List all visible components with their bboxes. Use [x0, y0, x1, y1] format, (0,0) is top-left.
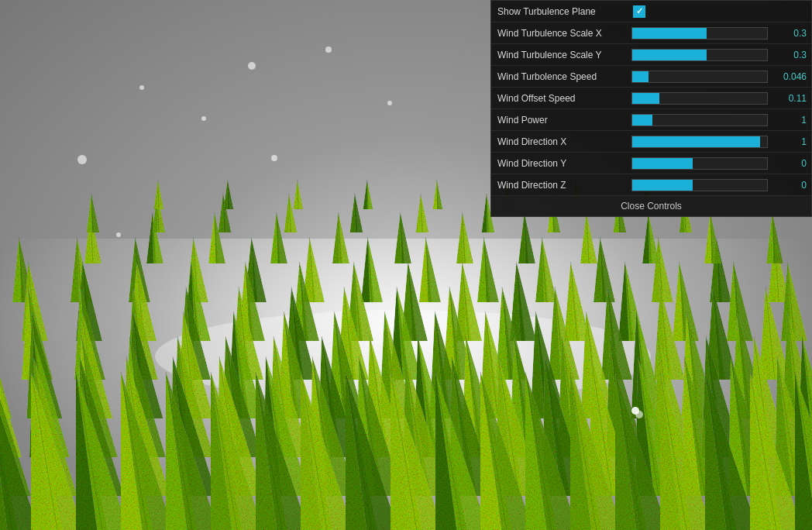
slider-track-wind-direction-z[interactable]	[631, 179, 768, 191]
svg-marker-392	[463, 212, 473, 263]
svg-marker-386	[339, 212, 349, 263]
slider-area-wind-turbulence-scale-y[interactable]	[627, 46, 772, 64]
slider-fill-wind-turbulence-scale-x	[632, 28, 707, 39]
label-wind-turbolence-speed: Wind Turbolence Speed	[491, 68, 627, 85]
svg-marker-395	[525, 212, 535, 263]
show-turbulence-checkbox[interactable]	[633, 5, 645, 18]
particle-2	[325, 46, 332, 53]
slider-area-wind-turbolence-speed[interactable]	[627, 67, 772, 86]
slider-fill-wind-direction-y	[632, 158, 693, 169]
slider-fill-wind-turbulence-scale-y	[632, 50, 707, 60]
close-controls-label: Close Controls	[621, 201, 682, 212]
row-wind-direction-x: Wind Direction X1	[491, 131, 811, 153]
slider-fill-wind-direction-x	[632, 136, 760, 147]
slider-fill-wind-power	[632, 115, 652, 126]
slider-area-wind-offset-speed[interactable]	[627, 89, 772, 108]
particle-4	[77, 155, 87, 164]
row-wind-power: Wind Power1	[491, 109, 811, 131]
slider-track-wind-turbulence-scale-x[interactable]	[631, 27, 768, 40]
value-wind-turbulence-scale-x: 0.3	[772, 25, 811, 42]
slider-area-wind-direction-z[interactable]	[627, 176, 772, 194]
label-wind-direction-x: Wind Direction X	[491, 133, 627, 150]
controls-panel: Show Turbulence Plane Wind Turbulence Sc…	[490, 0, 812, 217]
slider-track-wind-direction-y[interactable]	[631, 157, 768, 170]
svg-marker-401	[649, 212, 659, 263]
row-wind-turbulence-scale-x: Wind Turbulence Scale X0.3	[491, 22, 811, 44]
slider-track-wind-offset-speed[interactable]	[631, 92, 768, 105]
particle-7	[635, 411, 643, 418]
row-wind-turbolence-speed: Wind Turbolence Speed0.046	[491, 66, 811, 88]
slider-area-wind-direction-x[interactable]	[627, 132, 772, 151]
row-wind-turbulence-scale-y: Wind Turbulence Scale Y0.3	[491, 44, 811, 66]
slider-area-wind-turbulence-scale-x[interactable]	[627, 24, 772, 43]
svg-marker-389	[401, 212, 411, 263]
show-turbulence-checkbox-area	[627, 2, 811, 21]
slider-fill-wind-turbolence-speed	[632, 71, 649, 82]
slider-track-wind-turbolence-speed[interactable]	[631, 71, 768, 83]
slider-fill-wind-offset-speed	[632, 93, 659, 104]
show-turbulence-label: Show Turbulence Plane	[491, 3, 627, 20]
slider-fill-wind-direction-z	[632, 180, 693, 191]
slider-area-wind-direction-y[interactable]	[627, 154, 772, 173]
particle-3	[201, 116, 206, 121]
show-turbulence-row: Show Turbulence Plane	[491, 1, 811, 22]
slider-track-wind-power[interactable]	[631, 114, 768, 126]
slider-track-wind-direction-x[interactable]	[631, 136, 768, 148]
particle-8	[116, 232, 121, 237]
value-wind-direction-y: 0	[772, 155, 811, 172]
row-wind-direction-y: Wind Direction Y0	[491, 153, 811, 174]
label-wind-offset-speed: Wind Offset Speed	[491, 90, 627, 107]
value-wind-turbolence-speed: 0.046	[772, 68, 811, 85]
particle-6	[271, 155, 277, 161]
label-wind-turbulence-scale-y: Wind Turbulence Scale Y	[491, 46, 627, 64]
slider-area-wind-power[interactable]	[627, 111, 772, 129]
value-wind-turbulence-scale-y: 0.3	[772, 46, 811, 64]
close-controls-button[interactable]: Close Controls	[491, 196, 811, 216]
particle-0	[248, 62, 256, 70]
value-wind-direction-z: 0	[772, 177, 811, 194]
row-wind-offset-speed: Wind Offset Speed0.11	[491, 88, 811, 109]
svg-marker-407	[772, 212, 783, 263]
value-wind-direction-x: 1	[772, 133, 811, 150]
label-wind-direction-z: Wind Direction Z	[491, 177, 627, 194]
value-wind-power: 1	[772, 112, 811, 129]
particle-1	[139, 85, 144, 90]
slider-rows-container: Wind Turbulence Scale X0.3Wind Turbulenc…	[491, 22, 811, 196]
row-wind-direction-z: Wind Direction Z0	[491, 174, 811, 196]
value-wind-offset-speed: 0.11	[772, 90, 811, 107]
label-wind-power: Wind Power	[491, 112, 627, 129]
svg-marker-404	[710, 212, 721, 263]
label-wind-turbulence-scale-x: Wind Turbulence Scale X	[491, 25, 627, 42]
label-wind-direction-y: Wind Direction Y	[491, 155, 627, 172]
svg-marker-398	[587, 212, 597, 263]
particle-5	[387, 101, 392, 105]
slider-track-wind-turbulence-scale-y[interactable]	[631, 49, 768, 61]
